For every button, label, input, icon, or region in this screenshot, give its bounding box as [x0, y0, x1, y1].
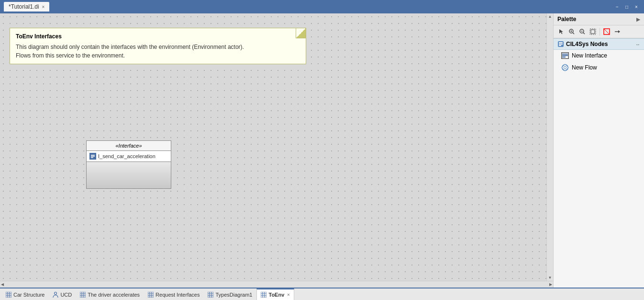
tab-types-diagram-label: TypesDiagram1: [215, 292, 252, 298]
tab-request-interfaces[interactable]: Request Interfaces: [144, 288, 203, 300]
interface-node[interactable]: «Interface» I_send_car_acceleration: [86, 140, 171, 189]
svg-point-38: [55, 292, 57, 294]
canvas-area: ToEnv Interfaces This diagram should onl…: [0, 13, 553, 288]
tab-ucd-icon: [53, 292, 58, 298]
svg-line-8: [573, 33, 574, 34]
palette-panel: Palette ▶: [553, 13, 644, 288]
svg-rect-2: [91, 156, 95, 157]
palette-item-new-flow[interactable]: New Flow: [554, 61, 644, 74]
zoom-in-tool[interactable]: [567, 27, 577, 36]
fit-tool[interactable]: [588, 27, 598, 36]
svg-rect-30: [565, 70, 566, 71]
interface-node-name: I_send_car_acceleration: [98, 153, 155, 159]
svg-rect-49: [208, 292, 213, 298]
svg-line-11: [583, 33, 585, 34]
title-bar: *Tutorial1.di × − □ ×: [0, 0, 644, 13]
tab-driver-accelerates-icon: [80, 292, 86, 298]
svg-marker-4: [559, 29, 563, 34]
canvas-grid[interactable]: ToEnv Interfaces This diagram should onl…: [0, 13, 546, 281]
interface-node-icon: [89, 153, 96, 160]
scroll-left-arrow[interactable]: ◀: [1, 282, 4, 287]
horizontal-scrollbar[interactable]: ◀ ▶: [0, 281, 553, 288]
svg-rect-19: [559, 42, 563, 43]
cil4sys-header[interactable]: CIL4Sys Nodes ↔: [554, 38, 644, 50]
svg-rect-1: [91, 155, 95, 156]
palette-expand-button[interactable]: ▶: [636, 17, 640, 22]
palette-item-new-interface[interactable]: New Interface: [554, 50, 644, 61]
tab-to-env-close[interactable]: ×: [287, 292, 289, 297]
new-interface-icon: [561, 52, 569, 59]
note-title: ToEnv Interfaces: [16, 32, 300, 41]
cil4sys-title: CIL4Sys Nodes: [566, 41, 608, 47]
scroll-up-arrow[interactable]: ▲: [548, 14, 552, 19]
palette-toolbar: [554, 25, 644, 38]
cil4sys-icon: [557, 41, 564, 47]
cil4sys-collapse-button[interactable]: ↔: [635, 42, 640, 47]
interface-body: [87, 162, 171, 188]
arrow-dropdown-tool[interactable]: [612, 27, 622, 36]
svg-rect-29: [565, 64, 566, 65]
svg-rect-39: [80, 292, 86, 298]
editor-tab[interactable]: *Tutorial1.di ×: [4, 2, 49, 12]
new-interface-label: New Interface: [572, 52, 607, 59]
tab-driver-accelerates[interactable]: The driver accelerates: [76, 288, 144, 300]
editor-tab-close[interactable]: ×: [42, 4, 45, 10]
svg-rect-3: [91, 157, 93, 158]
main-container: ToEnv Interfaces This diagram should onl…: [0, 13, 644, 288]
tab-request-interfaces-label: Request Interfaces: [155, 292, 200, 298]
maximize-button[interactable]: □: [623, 3, 631, 11]
svg-rect-20: [559, 44, 563, 45]
title-bar-left: *Tutorial1.di ×: [4, 2, 49, 12]
note-line1: This diagram should only contain the int…: [16, 43, 300, 51]
cil4sys-section: CIL4Sys Nodes ↔ New Interface: [554, 38, 644, 288]
new-flow-icon: [561, 64, 569, 71]
svg-rect-54: [261, 292, 266, 298]
vertical-scrollbar[interactable]: ▲ ▼: [546, 13, 553, 281]
svg-rect-44: [148, 292, 154, 298]
palette-title: Palette: [557, 16, 576, 23]
tab-car-structure[interactable]: Car Structure: [2, 288, 48, 300]
note-box: ToEnv Interfaces This diagram should onl…: [10, 28, 306, 64]
cursor-tool[interactable]: [556, 27, 566, 36]
editor-tab-label: *Tutorial1.di: [9, 3, 39, 10]
svg-line-15: [604, 29, 610, 35]
tab-to-env[interactable]: ToEnv ×: [256, 288, 294, 300]
svg-marker-17: [618, 30, 620, 33]
svg-rect-21: [559, 45, 561, 46]
tab-driver-accelerates-label: The driver accelerates: [88, 292, 140, 298]
scroll-right-arrow[interactable]: ▶: [549, 282, 552, 287]
zoom-out-tool[interactable]: [577, 27, 587, 36]
special-tool[interactable]: [602, 27, 611, 36]
toolbar-separator: [600, 28, 600, 35]
interface-name-row: I_send_car_acceleration: [87, 151, 171, 162]
interface-stereotype: «Interface»: [87, 141, 171, 151]
close-button[interactable]: ×: [633, 3, 640, 11]
tab-car-structure-icon: [6, 292, 11, 298]
bottom-tabs-bar: Car Structure UCD The driver accelerates…: [0, 288, 644, 300]
tab-types-diagram[interactable]: TypesDiagram1: [204, 288, 256, 300]
svg-point-28: [564, 67, 566, 69]
svg-rect-33: [6, 292, 11, 298]
tab-car-structure-label: Car Structure: [13, 292, 44, 298]
cil4sys-icon-label: CIL4Sys Nodes: [557, 41, 608, 47]
svg-rect-31: [561, 67, 563, 68]
window-controls: − □ ×: [613, 3, 640, 11]
svg-rect-23: [562, 54, 568, 55]
tab-to-env-label: ToEnv: [268, 292, 284, 298]
svg-rect-13: [591, 30, 595, 34]
svg-rect-25: [562, 57, 566, 58]
tab-request-interfaces-icon: [148, 292, 154, 298]
tab-types-diagram-icon: [208, 292, 213, 298]
svg-rect-24: [562, 55, 568, 56]
palette-header: Palette ▶: [554, 13, 644, 25]
scroll-down-arrow[interactable]: ▼: [548, 276, 552, 280]
svg-rect-32: [567, 67, 569, 68]
new-flow-label: New Flow: [572, 64, 597, 71]
minimize-button[interactable]: −: [613, 3, 621, 11]
tab-ucd[interactable]: UCD: [49, 288, 76, 300]
tab-ucd-label: UCD: [60, 292, 72, 298]
note-line2: Flows from this service to the environme…: [16, 51, 300, 60]
tab-to-env-icon: [261, 292, 266, 298]
canvas-wrapper: ToEnv Interfaces This diagram should onl…: [0, 13, 553, 281]
